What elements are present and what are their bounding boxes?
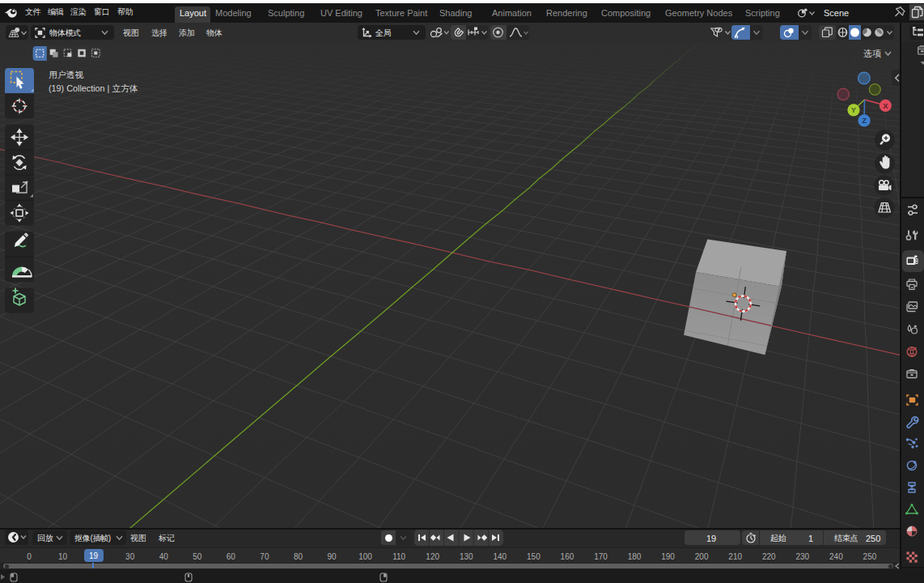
svg-text:Z: Z bbox=[862, 116, 867, 125]
svg-text:选项: 选项 bbox=[863, 49, 881, 58]
svg-text:(19) Collection | 立方体: (19) Collection | 立方体 bbox=[49, 83, 138, 93]
svg-text:Y: Y bbox=[851, 105, 857, 114]
svg-text:用户透视: 用户透视 bbox=[49, 70, 83, 79]
svg-text:X: X bbox=[883, 101, 888, 110]
